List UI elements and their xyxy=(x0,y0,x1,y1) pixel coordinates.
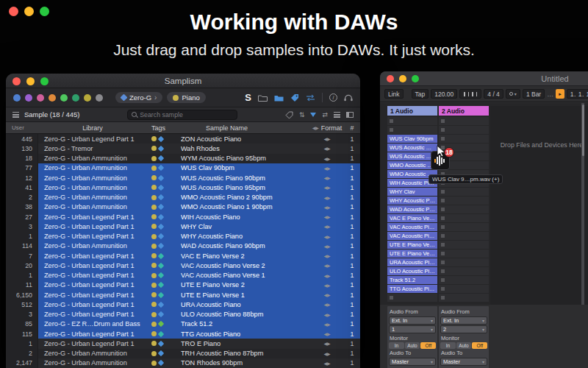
monitor-auto-button[interactable]: Auto xyxy=(405,342,420,349)
minimize-button[interactable] xyxy=(26,77,35,85)
output-chooser[interactable]: Master▾ xyxy=(389,358,436,366)
headphones-icon[interactable] xyxy=(344,94,353,102)
color-tag-dot[interactable] xyxy=(72,94,79,102)
link-button[interactable]: Link xyxy=(384,89,404,99)
table-row[interactable]: 12Zero-G - Urban AmmunitionWUS Acoustic … xyxy=(6,173,360,183)
table-row[interactable]: 130Zero-G - TremorWah Rhodes◀▶1 xyxy=(6,144,360,153)
tag-filter-icon[interactable] xyxy=(285,111,293,118)
sort-icon[interactable]: ⇅ xyxy=(299,111,305,118)
smart-view-button[interactable]: S xyxy=(245,92,251,103)
table-row[interactable]: 18Zero-G - Urban AmmunitionWYM Acoustic … xyxy=(6,154,360,163)
zoom-button[interactable] xyxy=(40,77,49,85)
clip-slot[interactable]: WUS Acoustic Piano 90bpm xyxy=(387,144,437,152)
color-tag-dot[interactable] xyxy=(96,94,103,102)
clip-slot[interactable]: VAC Acoustic Piano Verse 1 xyxy=(387,232,437,240)
finder-folder-icon[interactable] xyxy=(274,94,284,102)
track-2-header[interactable]: 2 Audio xyxy=(439,106,489,116)
filter-funnel-icon[interactable] xyxy=(310,113,316,117)
clip-slot[interactable]: ULO Acoustic Piano 88bpm xyxy=(387,267,437,275)
input-channel-chooser[interactable]: 1▾ xyxy=(389,325,436,333)
table-row[interactable]: 11Zero-G - Urban Legend Part 1UTE E Pian… xyxy=(6,280,360,290)
column-format[interactable]: ◀▶Format xyxy=(310,124,344,132)
empty-clip-slot[interactable] xyxy=(439,241,489,249)
empty-clip-slot[interactable] xyxy=(439,223,489,231)
table-row[interactable]: 3Zero-G - Urban Legend Part 1ULO Acousti… xyxy=(6,310,360,319)
info-icon[interactable]: i xyxy=(329,93,337,102)
search-box[interactable] xyxy=(127,110,237,120)
empty-clip-slot[interactable] xyxy=(387,294,437,302)
list-menu-icon[interactable] xyxy=(12,112,19,118)
table-row[interactable]: 6,150Zero-G - Urban Legend Part 1UTE E P… xyxy=(6,290,360,300)
list-view-icon[interactable] xyxy=(334,112,340,118)
empty-clip-slot[interactable] xyxy=(439,294,489,302)
monitor-off-button[interactable]: Off xyxy=(472,342,487,349)
color-tag-dot[interactable] xyxy=(37,94,44,102)
table-header[interactable]: User Library Tags Sample Name ◀▶Format # xyxy=(6,122,360,134)
empty-clip-slot[interactable] xyxy=(387,126,437,134)
clip-slot[interactable]: WUS Clav 90bpm xyxy=(387,135,437,143)
table-row[interactable]: 2Zero-G - Urban AmmunitionTRH Acoustic P… xyxy=(6,349,360,358)
table-row[interactable]: 1Zero-G - Urban Legend Part 1TRO E Piano… xyxy=(6,339,360,348)
samplism-titlebar[interactable]: Samplism xyxy=(6,74,360,88)
search-input[interactable] xyxy=(140,111,233,118)
time-signature-field[interactable]: 4 / 4 xyxy=(484,89,503,99)
table-row[interactable]: 115Zero-G - Urban Legend Part 1TTG Acous… xyxy=(6,329,360,339)
table-row[interactable]: 114Zero-G - Urban AmmunitionWAD Acoustic… xyxy=(6,241,360,251)
table-row[interactable]: 77Zero-G - Urban AmmunitionWUS Clav 90bp… xyxy=(6,163,360,173)
swap-arrows-icon[interactable] xyxy=(306,94,315,102)
column-tags[interactable]: Tags xyxy=(147,124,181,132)
monitor-in-button[interactable]: In xyxy=(440,342,456,349)
filter-chip[interactable]: Piano xyxy=(167,92,205,103)
column-sample-name[interactable]: Sample Name xyxy=(181,124,310,132)
column-count[interactable]: # xyxy=(344,124,360,132)
input-channel-chooser[interactable]: 2▾ xyxy=(440,325,487,333)
table-row[interactable]: 1Zero-G - Urban Legend Part 1WHY Acousti… xyxy=(6,232,360,241)
empty-clip-slot[interactable] xyxy=(439,205,489,213)
minimize-button[interactable] xyxy=(24,7,34,16)
clip-slot[interactable]: WHY Acoustic Piano xyxy=(387,197,437,205)
table-row[interactable]: 38Zero-G - Urban AmmunitionWMO Acoustic … xyxy=(6,202,360,212)
monitor-in-button[interactable]: In xyxy=(389,342,404,349)
side-panel-icon[interactable] xyxy=(346,112,354,118)
color-tag-dot[interactable] xyxy=(84,94,91,102)
table-row[interactable]: 27Zero-G - Urban Legend Part 1WIH Acoust… xyxy=(6,212,360,222)
table-row[interactable]: 3Zero-G - Urban Legend Part 1WHY Clav◀▶1 xyxy=(6,222,360,231)
tap-tempo-button[interactable]: Tap xyxy=(412,89,429,99)
close-button[interactable] xyxy=(9,7,18,16)
clip-slot[interactable]: Track 51.2 xyxy=(387,276,437,284)
empty-clip-slot[interactable] xyxy=(439,258,489,266)
folder-icon[interactable] xyxy=(258,94,268,102)
close-button[interactable] xyxy=(387,75,394,82)
filter-chip[interactable]: Zero-G› xyxy=(115,92,162,103)
table-row[interactable]: 2Zero-G - Urban AmmunitionWMO Acoustic P… xyxy=(6,193,360,202)
punch-marker[interactable]: ▸ xyxy=(556,89,564,99)
clip-slot[interactable]: URA Acoustic Piano xyxy=(387,258,437,266)
clip-slot[interactable]: UTE E Piano Verse 1 xyxy=(387,250,437,258)
shuffle-icon[interactable]: ⇄ xyxy=(322,111,328,118)
scrollbar-thumb[interactable] xyxy=(582,105,584,156)
empty-clip-slot[interactable] xyxy=(439,276,489,284)
clip-slot[interactable]: WMO Acoustic Piano 2 90bpm xyxy=(387,161,437,169)
empty-clip-slot[interactable] xyxy=(439,135,489,143)
table-row[interactable]: 20Zero-G - Urban Legend Part 1VAC Acoust… xyxy=(6,261,360,270)
table-row[interactable]: 2,147Zero-G - Urban AmmunitionTON Rhodes… xyxy=(6,358,360,368)
clip-slot[interactable]: WUS Acoustic Piano 95bpm xyxy=(387,152,437,160)
table-row[interactable]: 1Zero-G - Urban Legend Part 1VAC Acousti… xyxy=(6,271,360,280)
clip-slot[interactable]: VAC E Piano Verse 2 xyxy=(387,214,437,222)
empty-clip-slot[interactable] xyxy=(439,250,489,258)
empty-clip-slot[interactable] xyxy=(387,117,437,125)
clip-slot[interactable]: WAD Acoustic Piano 90bpm xyxy=(387,205,437,213)
tag-icon[interactable] xyxy=(290,93,299,102)
empty-clip-slot[interactable] xyxy=(439,214,489,222)
minimize-button[interactable] xyxy=(399,75,406,82)
nudge-buttons[interactable] xyxy=(459,89,481,99)
input-type-chooser[interactable]: Ext. In▾ xyxy=(440,316,487,325)
track-1-header[interactable]: 1 Audio xyxy=(387,106,437,116)
input-type-chooser[interactable]: Ext. In▾ xyxy=(389,316,436,325)
empty-clip-slot[interactable] xyxy=(439,188,489,196)
clip-slot[interactable]: TTG Acoustic Piano xyxy=(387,285,437,293)
empty-clip-slot[interactable] xyxy=(439,117,489,125)
zoom-button[interactable] xyxy=(412,75,419,82)
color-tag-dot[interactable] xyxy=(60,94,68,102)
empty-clip-slot[interactable] xyxy=(439,197,489,205)
